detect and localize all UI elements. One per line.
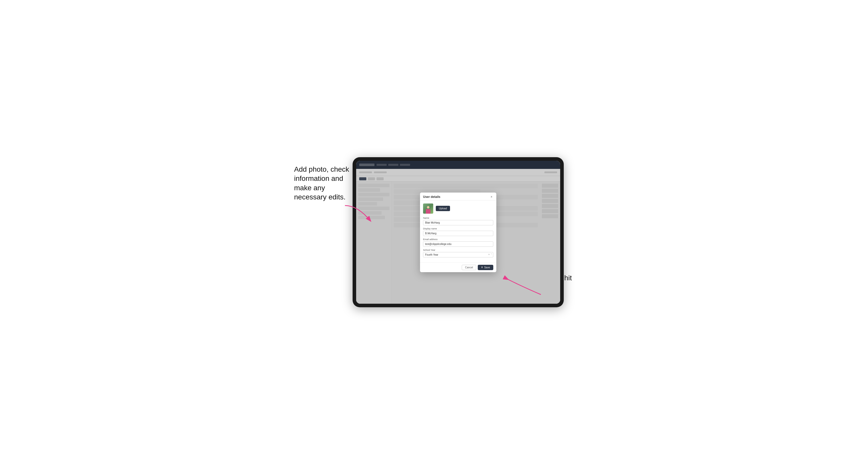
modal-footer: Cancel ⬆ Save [420,262,496,272]
person-body [426,209,430,214]
email-input[interactable] [423,241,493,247]
display-name-label: Display name [423,227,493,230]
email-label: Email address [423,238,493,241]
school-year-controls: × ⌃ [488,253,492,256]
close-button[interactable]: × [490,195,493,199]
modal-body: Upload Name Display name [420,200,496,262]
school-year-field-group: School Year × ⌃ [423,249,493,257]
save-icon: ⬆ [481,266,483,269]
avatar-section: Upload [423,204,493,214]
user-details-modal: User details × [420,192,496,272]
modal-header: User details × [420,192,496,200]
arrow-right [503,272,544,297]
avatar-image [423,204,433,214]
school-year-wrapper: × ⌃ [423,252,493,257]
modal-title: User details [423,195,440,199]
clear-icon[interactable]: × [488,253,490,256]
save-button-label: Save [484,266,490,269]
person-head [427,206,429,209]
display-name-input[interactable] [423,231,493,236]
display-name-field-group: Display name [423,227,493,236]
person-silhouette [425,206,431,214]
scene: Add photo, check information and make an… [294,142,574,325]
name-field-group: Name [423,217,493,225]
upload-button[interactable]: Upload [436,206,450,211]
cancel-button[interactable]: Cancel [462,265,476,270]
name-label: Name [423,217,493,219]
avatar [423,204,433,214]
arrow-left [342,203,373,228]
name-input[interactable] [423,220,493,225]
email-field-group: Email address [423,238,493,247]
chevron-icon[interactable]: ⌃ [491,254,492,256]
save-button[interactable]: ⬆ Save [478,265,493,270]
school-year-label: School Year [423,249,493,251]
school-year-input[interactable] [423,252,493,257]
annotation-left: Add photo, check information and make an… [294,165,355,202]
